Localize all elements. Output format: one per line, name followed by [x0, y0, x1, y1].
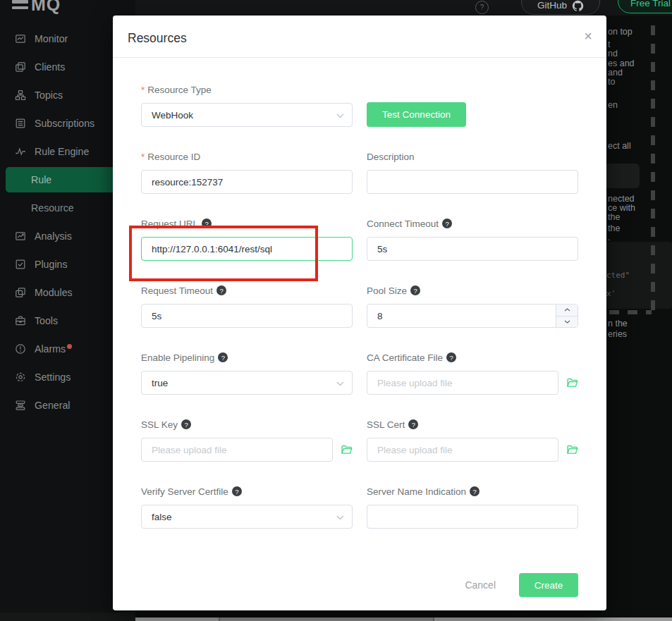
bg-text-fragment: en: [608, 100, 618, 110]
emqx-logo[interactable]: MQ: [12, 0, 61, 11]
field-server-name-indication: Server Name Indication ?: [367, 485, 578, 529]
sidebar-item-rule[interactable]: Rule: [6, 167, 130, 192]
field-pool-size: Pool Size ?: [367, 284, 578, 328]
topics-icon: [14, 90, 26, 102]
clients-icon: [14, 61, 26, 73]
field-ssl-key: SSL Key ?: [141, 418, 353, 462]
gear-icon: [14, 371, 26, 383]
sidebar-item-label: Rule: [31, 174, 51, 185]
field-label: * Resource ID: [141, 150, 353, 163]
help-icon[interactable]: ?: [410, 285, 420, 295]
modules-icon: [14, 287, 26, 299]
sidebar-bottom-strip: [0, 613, 135, 621]
field-label: Request URL ?: [141, 217, 353, 230]
help-icon[interactable]: ?: [181, 419, 191, 429]
sidebar-item-label: Monitor: [35, 33, 68, 44]
scrollbar-thumb[interactable]: [219, 617, 433, 621]
stepper-down-button[interactable]: [556, 316, 578, 328]
analysis-icon: [14, 230, 26, 242]
logo-text: MQ: [31, 0, 61, 11]
free-trial-button[interactable]: Free Trial: [618, 0, 672, 13]
dashed-border-horizontal: [609, 310, 652, 314]
stepper-up-button[interactable]: [556, 305, 578, 316]
chevron-down-icon: [336, 381, 344, 386]
bg-text-fragment: ect all: [608, 141, 631, 151]
help-icon[interactable]: ?: [202, 219, 212, 228]
help-icon[interactable]: ?: [232, 486, 242, 496]
ssl-cert-input[interactable]: [367, 438, 558, 462]
ssl-key-input[interactable]: [141, 438, 333, 462]
sidebar-item-label: Settings: [35, 371, 71, 383]
request-url-input[interactable]: [141, 237, 353, 261]
field-label: Pool Size ?: [367, 284, 578, 297]
bg-text-fragment: on top: [608, 27, 633, 37]
help-icon[interactable]: ?: [408, 419, 418, 429]
bg-text-fragment: the: [608, 212, 620, 222]
field-label: SSL Cert ?: [367, 418, 578, 431]
free-trial-label: Free Trial: [630, 0, 671, 8]
bg-text-fragment: ce with: [608, 203, 635, 213]
chevron-down-icon: [336, 113, 344, 118]
field-label: * Resource Type: [141, 83, 353, 96]
bg-text-fragment: es and: [608, 59, 635, 68]
ca-certificate-input[interactable]: [367, 371, 558, 395]
resource-type-select[interactable]: WebHook: [141, 103, 353, 127]
modal-title: Resources: [128, 31, 187, 46]
required-marker: *: [141, 152, 145, 162]
field-verify-server-certfile: Verify Server Certfile ? false: [141, 485, 353, 529]
github-button[interactable]: GitHub: [521, 0, 600, 15]
description-input[interactable]: [367, 170, 578, 194]
help-icon[interactable]: ?: [446, 352, 456, 362]
folder-upload-icon[interactable]: [567, 445, 578, 455]
pool-size-input[interactable]: [367, 304, 578, 328]
field-label: Verify Server Certfile ?: [141, 485, 353, 498]
help-icon[interactable]: ?: [475, 1, 489, 14]
test-connection-button[interactable]: Test Connection: [367, 102, 466, 127]
create-button[interactable]: Create: [519, 573, 578, 597]
folder-upload-icon[interactable]: [341, 445, 353, 455]
tools-icon: [14, 315, 26, 327]
resource-type-value: WebHook: [152, 110, 193, 121]
modal-header: Resources ×: [113, 16, 606, 58]
folder-upload-icon[interactable]: [567, 378, 578, 388]
horizontal-scrollbar[interactable]: [135, 617, 672, 621]
verify-server-certfile-select[interactable]: false: [141, 505, 353, 529]
connect-timeout-input[interactable]: [367, 237, 578, 261]
sidebar-item-label: Topics: [35, 90, 63, 101]
field-description: Description: [367, 150, 578, 194]
server-name-indication-input[interactable]: [367, 505, 578, 529]
bg-text-fragment: n the: [608, 319, 628, 328]
close-icon[interactable]: ×: [584, 29, 592, 43]
field-resource-id: * Resource ID: [141, 150, 353, 194]
field-enable-pipelining: Enable Pipelining ? true: [141, 351, 353, 395]
github-label: GitHub: [537, 0, 567, 11]
chevron-down-icon: [336, 515, 344, 520]
logo-bars-icon: [12, 0, 28, 9]
scrollbar-separator: [219, 617, 220, 621]
bg-text-fragment: the: [608, 223, 620, 233]
field-label: Description: [367, 150, 578, 163]
field-label: Enable Pipelining ?: [141, 351, 353, 364]
modal-footer: Cancel Create: [465, 573, 578, 597]
alarm-badge: [67, 344, 72, 349]
help-glyph: ?: [480, 4, 484, 11]
field-resource-type: * Resource Type WebHook: [141, 83, 353, 127]
field-ca-certificate: CA Certificate File ?: [367, 351, 578, 395]
help-icon[interactable]: ?: [218, 352, 228, 362]
help-icon[interactable]: ?: [216, 285, 226, 295]
dashed-border-vertical: [651, 25, 655, 310]
scrollbar-separator: [433, 617, 434, 621]
request-timeout-input[interactable]: [141, 304, 353, 328]
bg-text-fragment: and: [608, 68, 623, 78]
monitor-icon: [14, 33, 26, 45]
enable-pipelining-select[interactable]: true: [141, 371, 353, 395]
help-icon[interactable]: ?: [442, 219, 452, 228]
field-label: Server Name Indication ?: [367, 485, 578, 498]
bg-text-fragment: t: [608, 39, 610, 49]
field-request-timeout: Request Timeout ?: [141, 284, 353, 328]
sidebar-item-label: Tools: [35, 315, 58, 326]
cancel-button[interactable]: Cancel: [465, 579, 496, 591]
resource-id-input[interactable]: [141, 170, 353, 194]
resources-modal: Resources × * Resource Type WebHook Test…: [113, 16, 606, 610]
help-icon[interactable]: ?: [470, 486, 479, 496]
